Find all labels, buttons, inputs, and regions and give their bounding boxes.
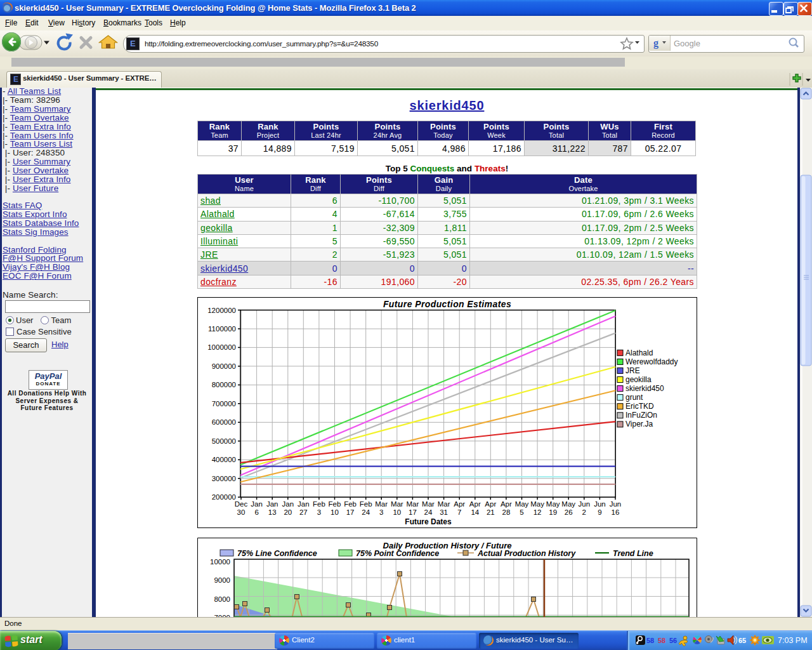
svg-text:28: 28	[502, 508, 511, 516]
svg-text:Jan: Jan	[266, 500, 278, 508]
svg-text:Future Dates: Future Dates	[405, 517, 452, 526]
svg-text:10000: 10000	[210, 558, 230, 566]
svg-text:24: 24	[424, 508, 433, 516]
svg-text:3: 3	[379, 508, 383, 516]
svg-text:InFuZiOn: InFuZiOn	[625, 411, 657, 420]
svg-text:30: 30	[237, 508, 246, 516]
svg-text:Mar: Mar	[438, 500, 450, 508]
svg-text:Trend Line: Trend Line	[613, 549, 653, 558]
svg-text:Mar: Mar	[406, 500, 419, 508]
svg-text:Actual Production History: Actual Production History	[477, 549, 576, 558]
svg-text:May: May	[546, 500, 560, 508]
svg-text:May: May	[530, 500, 544, 508]
svg-text:3: 3	[317, 508, 321, 516]
svg-text:Feb: Feb	[360, 500, 372, 508]
svg-text:Jun: Jun	[610, 500, 622, 508]
svg-text:20: 20	[284, 508, 292, 516]
svg-text:700000: 700000	[212, 400, 236, 408]
svg-text:May: May	[561, 500, 575, 508]
svg-text:400000: 400000	[212, 456, 236, 463]
svg-text:26: 26	[565, 508, 573, 516]
svg-text:800000: 800000	[212, 381, 236, 388]
svg-text:600000: 600000	[212, 418, 236, 426]
svg-text:Apr: Apr	[454, 500, 465, 508]
svg-text:17: 17	[346, 508, 355, 516]
svg-text:200000: 200000	[212, 493, 236, 501]
svg-text:6: 6	[254, 508, 258, 516]
svg-text:Jan: Jan	[298, 500, 310, 508]
svg-text:9: 9	[598, 508, 601, 516]
svg-text:5: 5	[520, 508, 523, 516]
svg-text:grunt: grunt	[625, 393, 643, 402]
svg-text:24: 24	[362, 508, 370, 516]
svg-text:geokilla: geokilla	[625, 375, 652, 384]
svg-text:16: 16	[612, 508, 620, 516]
svg-text:8000: 8000	[214, 595, 230, 603]
svg-text:Viper.Ja: Viper.Ja	[625, 420, 653, 428]
svg-text:13: 13	[268, 508, 277, 516]
svg-text:7: 7	[457, 508, 461, 516]
svg-text:19: 19	[549, 508, 557, 516]
svg-text:Mar: Mar	[422, 500, 435, 508]
svg-text:Jan: Jan	[282, 500, 294, 508]
svg-text:Feb: Feb	[344, 500, 357, 508]
svg-text:Mar: Mar	[375, 500, 388, 508]
svg-text:skierkid450: skierkid450	[625, 384, 664, 393]
svg-text:2: 2	[582, 508, 586, 516]
svg-text:1200000: 1200000	[207, 307, 236, 314]
svg-text:9000: 9000	[214, 576, 230, 584]
svg-text:31: 31	[440, 508, 448, 516]
svg-text:Apr: Apr	[469, 500, 481, 508]
svg-text:17: 17	[409, 508, 417, 516]
svg-text:g: g	[653, 37, 658, 49]
svg-text:Apr: Apr	[501, 500, 512, 508]
svg-text:500000: 500000	[212, 437, 236, 445]
svg-text:10: 10	[393, 508, 401, 516]
svg-text:Jan: Jan	[251, 500, 263, 508]
svg-text:1000000: 1000000	[207, 343, 236, 351]
svg-text:12: 12	[534, 508, 542, 516]
svg-text:May: May	[515, 500, 529, 508]
svg-text:Werewolfdaddy: Werewolfdaddy	[625, 357, 678, 366]
svg-text:EricTKD: EricTKD	[625, 402, 654, 411]
svg-text:Alathald: Alathald	[625, 348, 653, 357]
svg-text:Feb: Feb	[329, 500, 341, 508]
svg-text:Jun: Jun	[579, 500, 591, 508]
svg-text:Future Production Estimates: Future Production Estimates	[383, 299, 511, 309]
svg-text:21: 21	[487, 508, 495, 516]
svg-text:14: 14	[471, 508, 479, 516]
svg-text:27: 27	[299, 508, 308, 516]
svg-text:Feb: Feb	[313, 500, 325, 508]
svg-text:Dec: Dec	[235, 500, 248, 508]
svg-text:300000: 300000	[212, 475, 236, 482]
svg-text:900000: 900000	[212, 362, 236, 370]
svg-text:75% Point Confidence: 75% Point Confidence	[356, 549, 439, 558]
svg-text:JRE: JRE	[625, 366, 640, 375]
svg-text:75% Line Confidence: 75% Line Confidence	[237, 549, 317, 558]
svg-text:1100000: 1100000	[208, 325, 236, 333]
svg-text:Mar: Mar	[391, 500, 403, 508]
svg-text:Jun: Jun	[594, 500, 606, 508]
svg-text:Apr: Apr	[485, 500, 496, 508]
svg-text:10: 10	[331, 508, 339, 516]
